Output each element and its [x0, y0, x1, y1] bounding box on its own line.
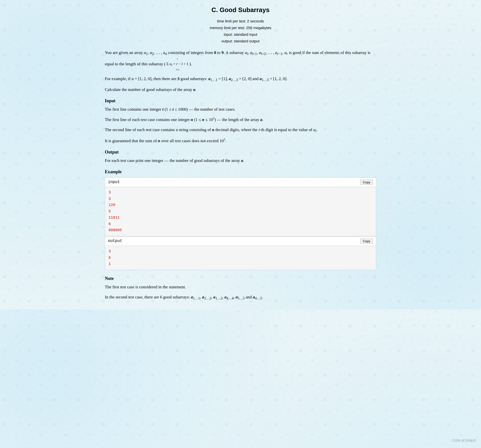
input-copy-button[interactable]: Copy — [360, 180, 373, 185]
time-limit: time limit per test: 2 seconds — [105, 18, 376, 24]
input-code-header: input Copy — [105, 178, 376, 187]
input-p1: The first line contains one integer t (1… — [105, 106, 376, 113]
page-container: C. Good Subarrays time limit per test: 2… — [105, 5, 376, 301]
problem-intro: You are given an array a1, a2, … , an co… — [105, 49, 376, 72]
output-copy-button[interactable]: Copy — [360, 239, 373, 244]
output-type: output: standard output — [105, 38, 376, 44]
output-label: output — [108, 238, 122, 244]
input-p3: The second line of each test case contai… — [105, 126, 376, 134]
input-p4: It is guaranteed that the sum of n over … — [105, 137, 376, 144]
note-p2: In the second test case, there are 6 goo… — [105, 294, 376, 301]
input-code-content: 3 3 120 5 11011 6 600005 — [105, 187, 376, 236]
input-label: input — [108, 179, 120, 186]
output-code-content: 3 6 1 — [105, 246, 376, 270]
output-code-block: output Copy 3 6 1 — [105, 236, 376, 270]
input-p2: The first line of each test case contain… — [105, 116, 376, 123]
note-section-title: Note — [105, 275, 376, 282]
output-code-header: output Copy — [105, 237, 376, 246]
page-title: C. Good Subarrays — [105, 5, 376, 15]
input-code-block: input Copy 3 3 120 5 11011 6 600005 — [105, 177, 376, 236]
memory-limit: memory limit per test: 256 megabytes — [105, 24, 376, 31]
task-statement: Calculate the number of good subarrays o… — [105, 86, 376, 93]
meta-info: time limit per test: 2 seconds memory li… — [105, 18, 376, 44]
input-section-title: Input — [105, 97, 376, 104]
output-section-title: Output — [105, 149, 376, 156]
input-type: input: standard input — [105, 31, 376, 38]
example-sentence: For example, if a = [1, 2, 0], then ther… — [105, 75, 376, 83]
output-p1: For each test case print one integer — t… — [105, 157, 376, 164]
note-p1: The first test case is considered in the… — [105, 284, 376, 290]
example-title: Example — [105, 168, 376, 175]
